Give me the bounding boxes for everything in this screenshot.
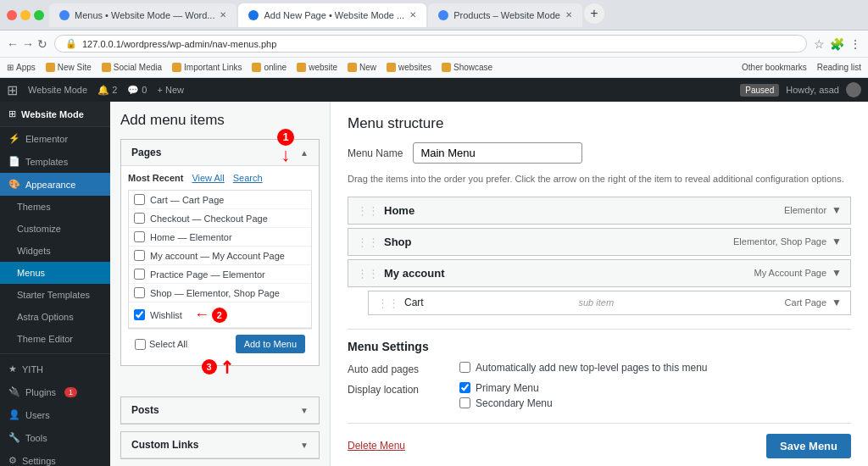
content-area: Add menu items 1 ↓ Pages ▲ Most Recent [110,102,868,466]
sidebar-item-plugins[interactable]: 🔌 Plugins 1 [0,380,110,403]
page-checkbox-7[interactable] [134,309,145,320]
menu-item-shop-name: Shop [384,236,733,248]
sidebar-item-templates[interactable]: 📄 Templates [0,150,110,173]
page-checkbox-3[interactable] [134,231,145,242]
menu-item-cart-arrow[interactable]: ▼ [832,297,842,308]
sidebar-header: ⊞ Website Mode [0,102,110,127]
page-checkbox-1[interactable] [134,194,145,205]
page-label-7[interactable]: Wishlist [150,310,182,320]
menu-name-input[interactable] [413,142,582,164]
drag-handle-shop[interactable]: ⋮⋮ [357,236,379,248]
bookmark-button[interactable]: ☆ [814,37,825,51]
sidebar-item-theme-editor[interactable]: Theme Editor [0,328,110,350]
delete-menu-link[interactable]: Delete Menu [348,440,405,452]
tab-search[interactable]: Search [233,173,263,183]
menu-button[interactable]: ⋮ [849,37,861,51]
bookmark-new[interactable]: New [348,63,376,72]
wp-site-name[interactable]: Website Mode [28,85,87,95]
sidebar-item-appearance[interactable]: 🎨 Appearance [0,173,110,196]
tab-most-recent[interactable]: Most Recent [128,173,183,183]
bookmark-newsite[interactable]: New Site [46,63,92,72]
page-label-4[interactable]: My account — My Account Page [150,251,285,261]
add-to-menu-button[interactable]: Add to Menu [236,335,305,353]
secondary-menu-checkbox[interactable] [459,397,470,408]
drag-handle-myaccount[interactable]: ⋮⋮ [357,267,379,280]
tab-view-all[interactable]: View All [192,173,224,183]
forward-button[interactable]: → [22,37,34,51]
auto-add-checkbox-label[interactable]: Automatically add new top-level pages to… [459,362,708,374]
page-checkbox-2[interactable] [134,213,145,224]
reload-button[interactable]: ↻ [37,37,47,51]
sidebar-item-starter-templates[interactable]: Starter Templates [0,284,110,306]
plugins-badge: 1 [64,387,77,397]
bookmark-websites[interactable]: websites [387,63,431,72]
custom-links-chevron-icon: ▼ [300,441,309,450]
display-location-row: Display location Primary Menu Secondary … [348,382,851,409]
sidebar-item-themes[interactable]: Themes [0,196,110,218]
page-checkbox-5[interactable] [134,269,145,280]
wp-comments[interactable]: 💬 0 [127,85,147,96]
select-all-checkbox[interactable] [135,339,146,350]
browser-tab-3[interactable]: Products – Website Mode ✕ [428,3,582,27]
save-menu-button[interactable]: Save Menu [766,434,851,458]
sidebar-item-customize[interactable]: Customize [0,218,110,240]
browser-tab-1[interactable]: Menus • Website Mode — Word... ✕ [49,3,236,27]
bookmark-important[interactable]: Important Links [172,63,242,72]
secondary-menu-label[interactable]: Secondary Menu [459,397,553,409]
menu-name-label: Menu Name [348,147,403,159]
menu-item-myaccount-arrow[interactable]: ▼ [832,267,842,279]
primary-menu-label[interactable]: Primary Menu [459,382,553,394]
tab-close-1[interactable]: ✕ [220,10,226,19]
sidebar-item-yith[interactable]: ★ YITH [0,358,110,380]
select-all-label[interactable]: Select All [149,339,187,349]
close-button[interactable] [7,10,17,20]
custom-links-header[interactable]: Custom Links ▼ [121,432,319,458]
bookmark-apps[interactable]: ⊞ Apps [7,63,36,72]
auto-add-checkbox[interactable] [459,362,470,373]
bookmark-online[interactable]: online [252,63,287,72]
sidebar-item-widgets[interactable]: Widgets [0,240,110,262]
sidebar-item-menus[interactable]: Menus [0,262,110,284]
sidebar-item-tools[interactable]: 🔧 Tools [0,426,110,449]
sidebar-item-astra-options[interactable]: Astra Options [0,306,110,328]
drag-handle-cart[interactable]: ⋮⋮ [377,297,399,309]
bookmark-reading[interactable]: Reading list [817,63,861,72]
bookmark-website[interactable]: website [297,63,337,72]
secondary-menu-text: Secondary Menu [476,397,553,409]
page-label-2[interactable]: Checkout — Checkout Page [150,214,268,224]
extensions-button[interactable]: 🧩 [830,37,844,51]
wp-logo[interactable]: ⊞ [7,82,18,98]
wp-pending[interactable]: 🔔 2 [97,85,117,96]
page-checkbox-6[interactable] [134,287,145,298]
drag-handle-home[interactable]: ⋮⋮ [357,204,379,217]
posts-accordion-header[interactable]: Posts ▼ [121,397,319,424]
minimize-button[interactable] [20,10,31,20]
page-label-3[interactable]: Home — Elementor [150,232,232,242]
tab-label-2: Add New Page • Website Mode ... [264,10,404,20]
page-checkbox-4[interactable] [134,250,145,261]
page-label-5[interactable]: Practice Page — Elementor [150,269,265,280]
tab-close-2[interactable]: ✕ [409,10,416,19]
new-tab-button[interactable]: + [584,3,604,24]
page-label-1[interactable]: Cart — Cart Page [150,195,224,205]
tab-close-3[interactable]: ✕ [565,10,572,19]
address-bar[interactable]: 🔒 127.0.0.1/wordpress/wp-admin/nav-menus… [54,35,807,53]
sidebar-label-theme-editor: Theme Editor [17,334,73,344]
menu-item-home-arrow[interactable]: ▼ [832,204,842,216]
sidebar-item-elementor[interactable]: ⚡ Elementor [0,127,110,150]
primary-menu-checkbox[interactable] [459,382,470,393]
wp-new[interactable]: + New [157,85,184,95]
maximize-button[interactable] [34,10,44,20]
drag-hint: Drag the items into the order you prefer… [348,172,851,186]
bookmark-social[interactable]: Social Media [102,63,162,72]
page-label-6[interactable]: Shop — Elementor, Shop Page [150,288,280,298]
sidebar-item-settings[interactable]: ⚙ Settings [0,449,110,466]
sidebar-label-astra-options: Astra Options [17,312,74,322]
bookmark-showcase[interactable]: Showcase [442,63,492,72]
browser-tab-2[interactable]: Add New Page • Website Mode ... ✕ [238,3,426,27]
bookmark-other[interactable]: Other bookmarks [742,63,807,72]
sidebar-item-users[interactable]: 👤 Users [0,403,110,426]
back-button[interactable]: ← [7,37,19,51]
menu-item-cart-meta: Cart Page [785,297,827,308]
menu-item-shop-arrow[interactable]: ▼ [832,236,842,247]
